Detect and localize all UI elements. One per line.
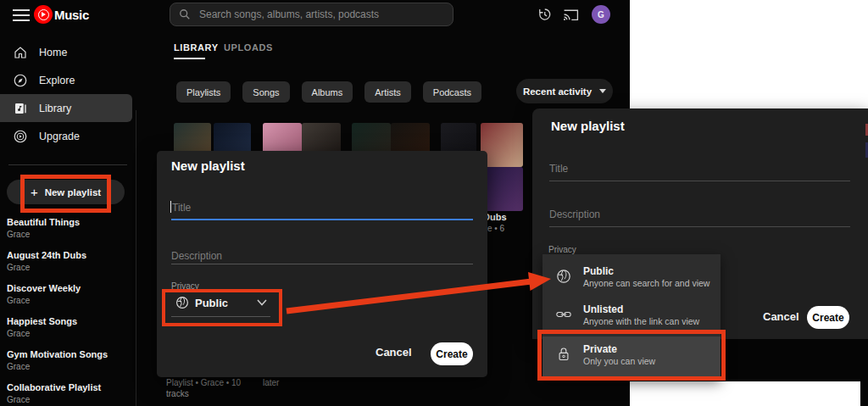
search-input[interactable] — [199, 8, 444, 20]
youtube-music-logo-icon[interactable] — [34, 5, 53, 24]
sidebar-divider — [8, 164, 127, 165]
new-playlist-label: New playlist — [45, 187, 101, 197]
home-icon — [13, 45, 28, 60]
option-title: Unlisted — [583, 303, 623, 315]
chip-artists[interactable]: Artists — [364, 81, 411, 103]
privacy-menu-screenshot: New playlist Title Description Privacy C… — [532, 108, 868, 381]
option-title: Public — [583, 265, 614, 277]
logo-ring — [38, 9, 49, 20]
globe-icon — [556, 269, 571, 284]
option-description: Only you can view — [583, 356, 655, 366]
sidebar-playlist-beautiful-things[interactable]: Beautiful Things Grace — [7, 217, 134, 240]
privacy-option-unlisted[interactable]: Unlisted Anyone with the link can view — [542, 298, 721, 336]
sidebar-item-label: Explore — [39, 75, 75, 86]
cancel-button[interactable]: Cancel — [376, 346, 412, 359]
globe-icon — [175, 296, 189, 309]
grid-item-meta-line2: tracks — [166, 389, 189, 398]
sidebar-content-divider — [136, 110, 136, 406]
create-button[interactable]: Create — [431, 342, 473, 365]
playlist-title: Gym Motivation Songs — [7, 349, 134, 360]
title-field[interactable]: Title — [549, 163, 568, 175]
sidebar-playlist-august-24th-dubs[interactable]: August 24th Dubs Grace — [7, 250, 134, 273]
account-avatar[interactable]: G — [592, 5, 610, 24]
library-icon — [13, 101, 28, 116]
playlist-owner: Grace — [7, 229, 134, 240]
crop-artifact-corner — [860, 380, 868, 406]
create-button[interactable]: Create — [807, 306, 849, 329]
avatar-initial: G — [598, 10, 604, 19]
play-icon — [42, 12, 46, 17]
caret-down-icon — [599, 89, 606, 93]
title-underline-focused — [171, 219, 473, 220]
playlist-owner: Grace — [7, 394, 134, 405]
search-bar[interactable] — [170, 3, 453, 26]
grid-item-meta-mid: later — [263, 378, 279, 387]
playlist-title: Collaborative Playlist — [7, 382, 134, 393]
sidebar-item-label: Upgrade — [39, 131, 80, 142]
tab-uploads[interactable]: UPLOADS — [224, 42, 273, 53]
privacy-label: Privacy — [171, 281, 199, 291]
description-underline — [549, 226, 850, 227]
new-playlist-dialog: New playlist Title Description Privacy P… — [157, 151, 487, 377]
chip-playlists[interactable]: Playlists — [176, 81, 231, 103]
text-cursor — [170, 201, 171, 213]
upgrade-icon — [13, 129, 28, 144]
tab-library[interactable]: LIBRARY — [174, 42, 219, 53]
filter-chips: Playlists Songs Albums Artists Podcasts — [176, 81, 481, 103]
description-underline — [171, 264, 473, 264]
sort-dropdown[interactable]: Recent activity — [516, 79, 613, 103]
option-description: Anyone with the link can view — [583, 316, 699, 326]
description-field[interactable]: Description — [171, 250, 222, 262]
cast-icon[interactable] — [563, 8, 579, 21]
privacy-dropdown-menu: Public Anyone can search for and view Un… — [542, 254, 721, 380]
sidebar-item-label: Home — [39, 47, 67, 58]
sidebar-item-label: Library — [39, 103, 71, 114]
sidebar-playlist-gym-motivation-songs[interactable]: Gym Motivation Songs Grace — [7, 349, 134, 372]
sidebar-playlist-discover-weekly[interactable]: Discover Weekly Grace — [7, 283, 134, 306]
playlist-title: Happiest Songs — [7, 316, 134, 327]
playlist-owner: Grace — [7, 328, 134, 339]
sidebar-playlist-collaborative-playlist[interactable]: Collaborative Playlist Grace — [7, 382, 134, 405]
playlist-title: August 24th Dubs — [7, 250, 134, 261]
sidebar-item-upgrade[interactable]: Upgrade — [0, 122, 136, 150]
plus-icon: + — [31, 186, 38, 198]
lock-icon — [556, 347, 571, 362]
chip-podcasts[interactable]: Podcasts — [423, 81, 481, 103]
playlist-title: Beautiful Things — [7, 217, 134, 228]
dialog-heading: New playlist — [171, 159, 245, 173]
description-field[interactable]: Description — [549, 209, 600, 220]
link-icon — [556, 307, 571, 322]
playlist-owner: Grace — [7, 262, 134, 273]
menu-icon[interactable] — [13, 9, 30, 21]
title-underline — [549, 181, 850, 181]
sidebar-item-explore[interactable]: Explore — [0, 66, 136, 94]
privacy-option-public[interactable]: Public Anyone can search for and view — [542, 260, 721, 298]
brand-title: Music — [54, 8, 89, 22]
cancel-button[interactable]: Cancel — [763, 310, 799, 323]
privacy-select[interactable]: Public — [175, 295, 277, 312]
playlist-owner: Grace — [7, 295, 134, 306]
playlist-title: Discover Weekly — [7, 283, 134, 294]
grid-item-meta-line1: Playlist • Grace • 10 — [166, 378, 241, 387]
search-icon — [179, 8, 191, 20]
history-icon[interactable] — [537, 7, 552, 22]
playlist-owner: Grace — [7, 361, 134, 372]
dialog-heading: New playlist — [551, 119, 625, 133]
chip-songs[interactable]: Songs — [242, 81, 289, 103]
title-field[interactable]: Title — [172, 202, 191, 214]
chip-albums[interactable]: Albums — [302, 81, 353, 103]
privacy-option-private[interactable]: Private Only you can view — [542, 336, 721, 377]
new-playlist-button[interactable]: + New playlist — [7, 180, 125, 204]
privacy-selected-value: Public — [195, 297, 228, 309]
option-title: Private — [583, 343, 617, 355]
sort-label: Recent activity — [523, 86, 592, 97]
active-tab-underline — [174, 58, 205, 59]
sidebar-playlist-happiest-songs[interactable]: Happiest Songs Grace — [7, 316, 134, 339]
sidebar-item-home[interactable]: Home — [0, 38, 136, 66]
privacy-underline — [171, 316, 270, 317]
sidebar-item-library[interactable]: Library — [0, 94, 132, 122]
privacy-label: Privacy — [548, 245, 576, 254]
option-description: Anyone can search for and view — [583, 278, 709, 288]
chevron-down-icon — [257, 299, 267, 306]
compass-icon — [13, 73, 28, 88]
